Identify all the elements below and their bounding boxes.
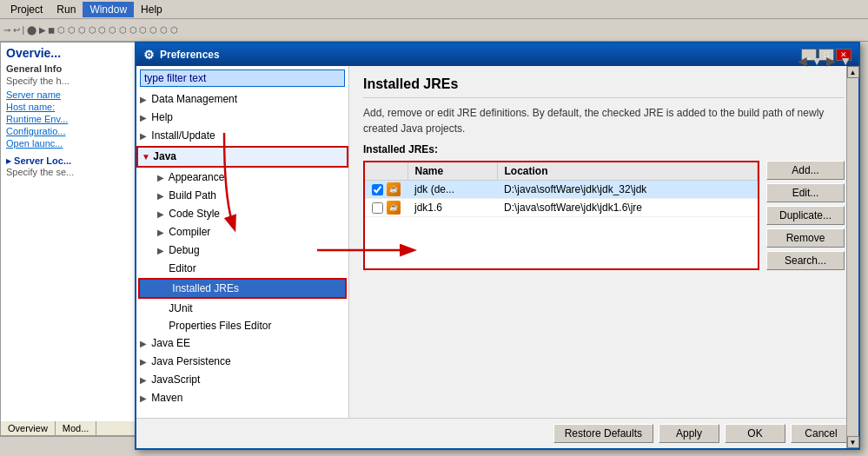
- tree-item-java[interactable]: ▼ Java: [138, 148, 347, 166]
- tree-item-appearance[interactable]: ▶ Appearance: [136, 169, 348, 187]
- dialog-footer: Restore Defaults Apply OK Cancel: [136, 418, 858, 448]
- jre-name-1: jdk (de...: [407, 181, 497, 199]
- dialog-title: ⚙ Preferences: [143, 48, 220, 62]
- tree-item-debug[interactable]: ▶ Debug: [136, 241, 348, 260]
- content-subtitle: Installed JREs:: [363, 143, 845, 155]
- left-ide-panel: Overvie... General Info Specify the h...…: [0, 42, 143, 437]
- jre-row-area: Name Location ☕: [363, 161, 845, 270]
- restore-defaults-button[interactable]: Restore Defaults: [553, 424, 653, 443]
- tree-item-installed-jres[interactable]: Installed JREs: [140, 280, 345, 297]
- content-description: Add, remove or edit JRE definitions. By …: [363, 105, 845, 136]
- jre-icon-1: ☕: [387, 182, 401, 196]
- tree-item-code-style[interactable]: ▶ Code Style: [136, 205, 348, 223]
- jre-check-1[interactable]: [372, 184, 383, 195]
- tree-item-java-ee[interactable]: ▶ Java EE: [136, 334, 348, 353]
- jre-checkbox-1[interactable]: ☕: [365, 181, 407, 199]
- nav-separator2: ▼: [839, 66, 851, 68]
- jre-location-1: D:\java\softWare\jdk\jdk_32\jdk: [497, 181, 757, 199]
- nav-separator: ▼: [811, 66, 823, 68]
- tree-item-javascript[interactable]: ▶ JavaScript: [136, 371, 348, 389]
- table-row[interactable]: ☕ jdk (de... D:\java\softWare\jdk\jdk_32…: [365, 181, 758, 199]
- apply-button[interactable]: Apply: [659, 424, 719, 443]
- jre-table-container: Name Location ☕: [363, 161, 759, 270]
- tab-overview[interactable]: Overview: [1, 421, 56, 435]
- forward-arrow[interactable]: ▶: [826, 66, 836, 68]
- tree-item-maven[interactable]: ▶ Maven: [136, 389, 348, 407]
- general-info-label: General Info: [6, 63, 137, 74]
- menu-help[interactable]: Help: [134, 2, 169, 17]
- jre-location-2: D:\java\softWare\jdk\jdk1.6\jre: [497, 199, 757, 217]
- tree-item-install-update[interactable]: ▶ Install/Update: [136, 127, 348, 145]
- add-button[interactable]: Add...: [766, 161, 845, 180]
- remove-button[interactable]: Remove: [766, 228, 845, 248]
- ide-tabs: Overview Mod...: [1, 421, 142, 436]
- nav-arrows: ◀ ▼ ▶ ▼: [798, 66, 851, 68]
- jre-name-2: jdk1.6: [407, 199, 497, 217]
- tree-scroll-area[interactable]: ▶ Data Management ▶ Help ▶ Install/Updat…: [136, 90, 348, 418]
- content-title: Installed JREs: [363, 76, 845, 98]
- main-area: Overvie... General Info Specify the h...…: [0, 42, 868, 437]
- open-launch-link[interactable]: Open launc...: [6, 138, 137, 149]
- tab-mod[interactable]: Mod...: [56, 421, 97, 435]
- tree-panel: ▶ Data Management ▶ Help ▶ Install/Updat…: [136, 66, 349, 418]
- action-buttons: Add... Edit... Duplicate... Remove Searc…: [766, 161, 845, 270]
- jre-check-2[interactable]: [372, 202, 383, 214]
- menu-window[interactable]: Window: [83, 2, 134, 17]
- tree-item-compiler[interactable]: ▶ Compiler: [136, 223, 348, 241]
- runtime-env-link[interactable]: Runtime Env...: [6, 114, 137, 124]
- content-panel: Installed JREs Add, remove or edit JRE d…: [349, 66, 858, 418]
- col-header-location: Location: [497, 162, 757, 181]
- dialog-body: ▶ Data Management ▶ Help ▶ Install/Updat…: [136, 66, 858, 418]
- tree-item-help[interactable]: ▶ Help: [136, 109, 348, 127]
- cancel-button[interactable]: Cancel: [791, 424, 851, 443]
- configuration-link[interactable]: Configuratio...: [6, 126, 137, 136]
- host-name-link: Host name:: [6, 102, 137, 112]
- tree-item-java-persistence[interactable]: ▶ Java Persistence: [136, 353, 348, 371]
- tree-item-build-path[interactable]: ▶ Build Path: [136, 187, 348, 205]
- menu-project[interactable]: Project: [3, 2, 50, 17]
- tree-item-properties-files-editor[interactable]: Properties Files Editor: [136, 317, 348, 334]
- menu-bar: Project Run Window Help: [0, 0, 868, 19]
- col-header-name: Name: [407, 162, 497, 181]
- back-arrow[interactable]: ◀: [798, 66, 807, 68]
- toolbar: ⊸ ↩ | ⬤ ▶ ◼ ⬡ ⬡ ⬡ ⬡ ⬡ ⬡ ⬡ ⬡ ⬡ ⬡ ⬡ ⬡: [0, 19, 868, 42]
- search-button[interactable]: Search...: [766, 251, 845, 270]
- menu-run[interactable]: Run: [50, 2, 83, 17]
- jre-table: Name Location ☕: [365, 162, 758, 217]
- jre-icon-2: ☕: [387, 201, 401, 215]
- ok-button[interactable]: OK: [725, 424, 785, 443]
- overview-title: Overvie...: [6, 46, 137, 60]
- jre-checkbox-2[interactable]: ☕: [365, 199, 407, 217]
- server-name-link[interactable]: Server name: [6, 89, 137, 100]
- table-row[interactable]: ☕ jdk1.6 D:\java\softWare\jdk\jdk1.6\jre: [365, 199, 758, 217]
- tree-item-junit[interactable]: JUnit: [136, 300, 348, 317]
- filter-input[interactable]: [140, 69, 345, 87]
- preferences-dialog: ⚙ Preferences _ □ ✕ ▶ Data: [135, 42, 860, 450]
- server-loc-label: ▸ Server Loc...: [6, 155, 137, 167]
- tree-item-editor[interactable]: Editor: [136, 260, 348, 277]
- edit-button[interactable]: Edit...: [766, 183, 845, 202]
- dialog-title-text: Preferences: [160, 49, 220, 61]
- dialog-title-bar: ⚙ Preferences _ □ ✕: [136, 43, 858, 66]
- duplicate-button[interactable]: Duplicate...: [766, 206, 845, 225]
- tree-item-data-management[interactable]: ▶ Data Management: [136, 90, 348, 109]
- col-header-checkbox: [365, 162, 407, 181]
